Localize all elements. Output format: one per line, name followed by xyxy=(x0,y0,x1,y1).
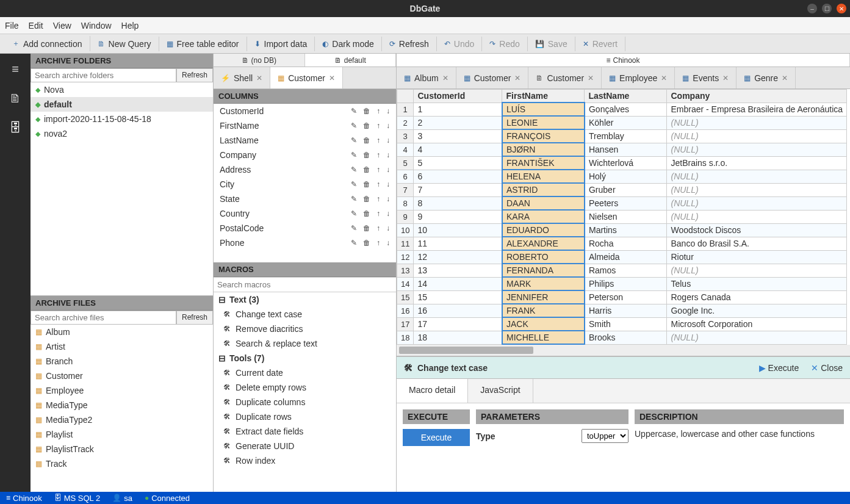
row-header[interactable]: 3 xyxy=(397,129,414,143)
status-user[interactable]: 👤sa xyxy=(112,494,132,503)
move-down-icon[interactable]: ↓ xyxy=(386,107,390,115)
macro-group-header[interactable]: ⊟Tools (7) xyxy=(214,351,396,365)
move-up-icon[interactable]: ↑ xyxy=(376,136,380,145)
main-db-tab[interactable]: ≡ Chinook xyxy=(397,54,850,67)
cell[interactable]: (NULL) xyxy=(667,331,847,344)
cell[interactable]: (NULL) xyxy=(667,116,847,129)
tab-album[interactable]: ▦Album✕ xyxy=(397,67,456,88)
move-up-icon[interactable]: ↑ xyxy=(376,224,380,232)
macro-item[interactable]: 🛠Extract date fields xyxy=(214,424,396,439)
folder-item[interactable]: ◆default xyxy=(31,97,213,112)
status-connection[interactable]: ●Connected xyxy=(145,494,190,503)
edit-icon[interactable]: ✎ xyxy=(351,239,357,247)
row-header[interactable]: 14 xyxy=(397,277,414,290)
cell[interactable]: Telus xyxy=(667,277,847,290)
row-header[interactable]: 18 xyxy=(397,331,414,344)
sub-tab-javascript[interactable]: JavaScript xyxy=(468,379,533,403)
cell[interactable]: Almeida xyxy=(585,250,667,264)
folder-item[interactable]: ◆Nova xyxy=(31,82,213,97)
row-header[interactable]: 11 xyxy=(397,237,414,250)
file-item[interactable]: ▦PlaylistTrack xyxy=(31,442,213,456)
column-item[interactable]: City✎🗑↑↓ xyxy=(214,177,396,192)
edit-icon[interactable]: ✎ xyxy=(351,180,357,189)
close-icon[interactable]: ✕ xyxy=(661,74,667,82)
move-down-icon[interactable]: ↓ xyxy=(386,165,390,174)
cell[interactable]: Rocha xyxy=(585,237,667,250)
column-header[interactable]: Company xyxy=(667,90,847,103)
menu-window[interactable]: Window xyxy=(81,21,112,31)
tab-employee[interactable]: ▦Employee✕ xyxy=(602,67,675,88)
toolbar-refresh[interactable]: ⟳Refresh xyxy=(382,37,437,51)
move-down-icon[interactable]: ↓ xyxy=(386,121,390,130)
cell[interactable]: Riotur xyxy=(667,250,847,264)
close-icon[interactable]: ✕ xyxy=(514,74,520,82)
move-up-icon[interactable]: ↑ xyxy=(376,121,380,130)
cell[interactable]: Wichterlová xyxy=(585,156,667,170)
window-minimize-button[interactable]: – xyxy=(807,4,817,13)
cell[interactable]: (NULL) xyxy=(667,210,847,223)
delete-icon[interactable]: 🗑 xyxy=(363,151,370,159)
refresh-folders-button[interactable]: Refresh xyxy=(176,68,213,82)
cell[interactable]: JACK xyxy=(502,317,585,331)
tab-customer[interactable]: ▦Customer✕ xyxy=(456,67,529,88)
cell[interactable]: Holý xyxy=(585,170,667,183)
param-type-select[interactable]: toUpper xyxy=(582,429,628,443)
cell[interactable]: Banco do Brasil S.A. xyxy=(667,237,847,250)
cell[interactable]: Microsoft Corporation xyxy=(667,317,847,331)
file-item[interactable]: ▦Playlist xyxy=(31,427,213,442)
close-macro-action[interactable]: ✕Close xyxy=(811,363,843,373)
file-item[interactable]: ▦Album xyxy=(31,325,213,339)
edit-icon[interactable]: ✎ xyxy=(351,165,357,174)
cell[interactable]: Köhler xyxy=(585,116,667,129)
column-item[interactable]: LastName✎🗑↑↓ xyxy=(214,133,396,148)
file-item[interactable]: ▦Customer xyxy=(31,369,213,383)
move-down-icon[interactable]: ↓ xyxy=(386,151,390,159)
edit-icon[interactable]: ✎ xyxy=(351,195,357,203)
tab-customer[interactable]: 🗎Customer✕ xyxy=(528,67,602,88)
cell[interactable]: (NULL) xyxy=(667,264,847,277)
menu-file[interactable]: File xyxy=(5,21,19,31)
cell[interactable]: Harris xyxy=(585,304,667,317)
tab-shell[interactable]: ⚡Shell✕ xyxy=(214,67,270,88)
cell[interactable]: ALEXANDRE xyxy=(502,237,585,250)
toolbar-dark-mode[interactable]: ◐Dark mode xyxy=(315,37,381,51)
cell[interactable]: LEONIE xyxy=(502,116,585,129)
edit-icon[interactable]: ✎ xyxy=(351,224,357,232)
move-down-icon[interactable]: ↓ xyxy=(386,180,390,189)
edit-icon[interactable]: ✎ xyxy=(351,107,357,115)
close-icon[interactable]: ✕ xyxy=(442,74,448,82)
file-item[interactable]: ▦Employee xyxy=(31,383,213,398)
file-item[interactable]: ▦MediaType2 xyxy=(31,412,213,427)
cell[interactable]: FERNANDA xyxy=(502,264,585,277)
cell[interactable]: 10 xyxy=(414,223,502,237)
cell[interactable]: BJØRN xyxy=(502,143,585,156)
cell[interactable]: 4 xyxy=(414,143,502,156)
cell[interactable]: Gonçalves xyxy=(585,103,667,116)
menu-view[interactable]: View xyxy=(53,21,71,31)
column-item[interactable]: PostalCode✎🗑↑↓ xyxy=(214,221,396,236)
cell[interactable]: EDUARDO xyxy=(502,223,585,237)
row-header[interactable]: 9 xyxy=(397,210,414,223)
column-item[interactable]: FirstName✎🗑↑↓ xyxy=(214,118,396,133)
cell[interactable]: 6 xyxy=(414,170,502,183)
cell[interactable]: Philips xyxy=(585,277,667,290)
cell[interactable]: ASTRID xyxy=(502,183,585,196)
cell[interactable]: Martins xyxy=(585,223,667,237)
cell[interactable]: Ramos xyxy=(585,264,667,277)
row-header[interactable]: 15 xyxy=(397,290,414,304)
delete-icon[interactable]: 🗑 xyxy=(363,239,370,247)
close-icon[interactable]: ✕ xyxy=(588,74,594,82)
move-down-icon[interactable]: ↓ xyxy=(386,209,390,218)
edit-icon[interactable]: ✎ xyxy=(351,151,357,159)
cell[interactable]: Peterson xyxy=(585,290,667,304)
move-up-icon[interactable]: ↑ xyxy=(376,239,380,247)
delete-icon[interactable]: 🗑 xyxy=(363,136,370,145)
move-down-icon[interactable]: ↓ xyxy=(386,195,390,203)
cell[interactable]: 17 xyxy=(414,317,502,331)
cell[interactable]: Hansen xyxy=(585,143,667,156)
move-up-icon[interactable]: ↑ xyxy=(376,165,380,174)
refresh-files-button[interactable]: Refresh xyxy=(176,311,213,325)
move-up-icon[interactable]: ↑ xyxy=(376,195,380,203)
macro-item[interactable]: 🛠Duplicate rows xyxy=(214,409,396,424)
status-server[interactable]: 🗄MS SQL 2 xyxy=(54,494,100,503)
